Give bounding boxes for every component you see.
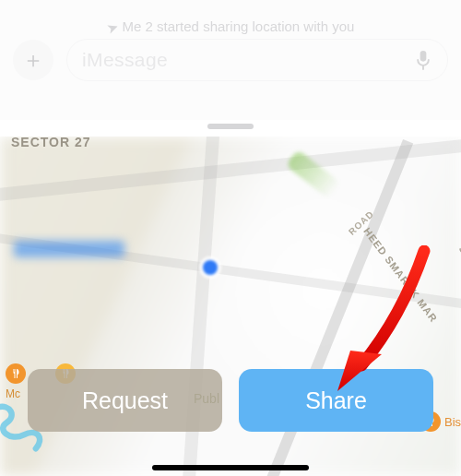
location-arrow-icon: ➤ [104,18,121,35]
map-highlighted-route [14,241,124,257]
map-panel[interactable]: SECTOR 27 HEED SMARAK MAR ROAD SE Mc Pub… [0,137,461,476]
map-area-label: SECTOR 27 [11,137,91,149]
sheet-grabber[interactable] [207,124,254,129]
current-location-dot [203,260,218,275]
home-indicator[interactable] [152,465,309,470]
status-banner: ➤Me 2 started sharing location with you [0,18,461,35]
svg-rect-0 [420,51,427,62]
location-actions: Request Share [28,369,433,432]
share-button[interactable]: Share [239,369,433,432]
poi-food-icon [6,363,26,384]
request-button[interactable]: Request [28,369,222,432]
message-composer: ＋ iMessage [13,37,448,83]
status-text: Me 2 started sharing location with you [123,18,355,34]
dictation-mic-icon[interactable] [414,49,432,71]
message-input[interactable]: iMessage [66,39,448,81]
apps-plus-button[interactable]: ＋ [13,40,53,80]
poi-label: Mc [6,387,20,400]
imessage-topbar: ➤Me 2 started sharing location with you … [0,0,461,120]
message-placeholder: iMessage [82,49,414,71]
